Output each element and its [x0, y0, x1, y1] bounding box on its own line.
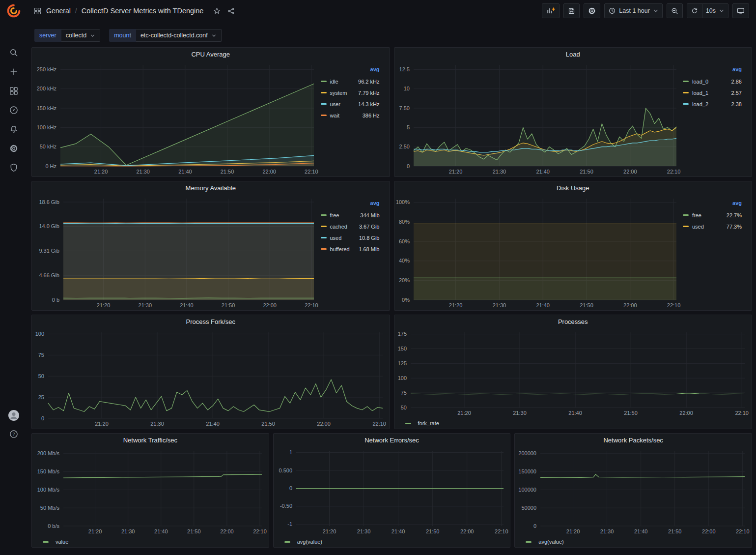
admin-shield-icon[interactable] — [9, 163, 19, 173]
series-name[interactable]: free — [692, 212, 701, 218]
x-tick-label: 21:40 — [568, 410, 582, 416]
series-name[interactable]: value — [56, 539, 68, 545]
dashboard-title: CollectD Server Metrics with TDengine — [82, 7, 204, 15]
series-color-swatch[interactable] — [321, 226, 327, 227]
panel-title[interactable]: Process Fork/sec — [32, 315, 390, 328]
network-packets-chart[interactable]: 05000010000015000020000021:2021:3021:402… — [515, 446, 752, 536]
share-icon[interactable] — [227, 6, 235, 15]
series-name[interactable]: system — [330, 90, 347, 96]
dashboard-settings-button[interactable] — [584, 3, 600, 18]
series-name[interactable]: load_1 — [692, 90, 708, 96]
disk-usage-chart[interactable]: 0%20%40%60%80%100%21:2021:3021:4021:5022… — [394, 194, 683, 310]
cpu-average-chart[interactable]: 0 Hz50 kHz100 kHz150 kHz200 kHz250 kHz21… — [32, 60, 321, 176]
save-dashboard-button[interactable] — [563, 3, 580, 18]
breadcrumb-folder[interactable]: General — [46, 7, 71, 15]
refresh-interval-picker[interactable]: 10s — [702, 3, 728, 18]
series-name[interactable]: cached — [330, 224, 347, 230]
series-color-swatch[interactable] — [683, 226, 689, 227]
series-avg-value: 2.38 — [731, 101, 742, 107]
refresh-button[interactable] — [687, 3, 702, 18]
series-name[interactable]: buffered — [330, 246, 350, 252]
panel-title[interactable]: Load — [394, 48, 752, 60]
help-icon[interactable]: ? — [9, 429, 19, 439]
processes-chart[interactable]: 507510012515017521:2021:3021:4021:5022:0… — [394, 328, 752, 418]
series-name[interactable]: free — [330, 212, 339, 218]
series-color-swatch[interactable] — [321, 237, 327, 238]
x-tick-label: 22:10 — [305, 302, 318, 308]
legend-item: load_02.86 — [683, 76, 742, 87]
network-traffic-chart[interactable]: 0 b/s50 Mb/s100 Mb/s150 Mb/s200 Mb/s21:2… — [32, 446, 269, 536]
panel-title[interactable]: CPU Average — [32, 48, 390, 60]
panel-title[interactable]: Disk Usage — [394, 181, 752, 194]
series-color-swatch[interactable] — [321, 103, 327, 105]
series-color-swatch[interactable] — [284, 541, 290, 543]
series-color-swatch[interactable] — [321, 214, 327, 216]
apps-grid-icon — [33, 7, 42, 15]
x-tick-label: 21:40 — [206, 421, 220, 427]
star-icon[interactable] — [213, 6, 221, 15]
explore-compass-icon[interactable] — [9, 105, 19, 115]
y-tick-label: 100 — [397, 375, 406, 381]
series-name[interactable]: used — [692, 224, 704, 230]
y-tick-label: 125 — [397, 360, 406, 366]
panel-title[interactable]: Network Traffic/sec — [32, 434, 269, 446]
variable-value-dropdown[interactable]: collectd — [61, 29, 100, 42]
x-tick-label: 21:30 — [150, 421, 164, 427]
panel-title[interactable]: Network Packets/sec — [515, 434, 752, 446]
sidebar-bottom: ? — [8, 409, 20, 439]
x-tick-label: 21:40 — [536, 302, 550, 308]
series-color-swatch[interactable] — [683, 214, 689, 216]
create-plus-icon[interactable] — [9, 67, 19, 77]
series-name[interactable]: used — [330, 235, 342, 241]
y-tick-label: 100 Mb/s — [37, 487, 60, 493]
user-avatar[interactable] — [8, 409, 20, 421]
series-avg-value: 3.67 Gib — [359, 224, 380, 230]
series-name[interactable]: load_2 — [692, 101, 708, 107]
time-range-picker[interactable]: Last 1 hour — [604, 3, 663, 18]
series-color-swatch[interactable] — [683, 103, 689, 105]
add-panel-button[interactable] — [542, 3, 560, 18]
y-tick-label: 5 — [406, 124, 409, 130]
series-name[interactable]: fork_rate — [418, 420, 439, 426]
process-fork-chart[interactable]: 025507510021:2021:3021:4021:5022:0022:10 — [32, 328, 390, 429]
panel-network-errors: Network Errors/sec -1-0.5000.500121:2021… — [273, 433, 511, 548]
dashboards-grid-icon[interactable] — [9, 86, 19, 96]
series-color-swatch[interactable] — [43, 541, 49, 543]
series-color-swatch[interactable] — [321, 81, 327, 82]
series-color-swatch[interactable] — [526, 541, 532, 543]
series-color-swatch[interactable] — [321, 92, 327, 93]
alerting-bell-icon[interactable] — [9, 124, 19, 134]
chart-legend: avg(value) — [515, 536, 752, 547]
series-name[interactable]: avg(value) — [538, 539, 563, 545]
series-color-swatch[interactable] — [683, 92, 689, 93]
load-chart[interactable]: 02.5057.501012.521:2021:3021:4021:5022:0… — [394, 60, 683, 176]
series-name[interactable]: load_0 — [692, 79, 708, 85]
search-icon[interactable] — [9, 48, 19, 58]
navbar-actions: Last 1 hour 10s — [542, 3, 749, 18]
series-name[interactable]: wait — [330, 113, 340, 118]
x-tick-label: 21:20 — [95, 421, 109, 427]
series-line-avg(value) — [540, 474, 745, 478]
cycle-view-button[interactable] — [732, 3, 749, 18]
variable-value-dropdown[interactable]: etc-collectd-collectd.conf — [136, 29, 222, 42]
zoom-out-button[interactable] — [667, 3, 683, 18]
series-name[interactable]: idle — [330, 79, 338, 85]
series-color-swatch[interactable] — [321, 115, 327, 116]
panel-title[interactable]: Processes — [394, 315, 752, 328]
memory-available-chart[interactable]: 0 b4.66 Gib9.31 Gib14.0 Gib18.6 Gib21:20… — [32, 194, 321, 310]
network-errors-chart[interactable]: -1-0.5000.500121:2021:3021:4021:5022:002… — [274, 446, 510, 536]
panel-title[interactable]: Memory Available — [32, 181, 390, 194]
legend-item: system7.79 kHz — [321, 87, 380, 98]
panel-title[interactable]: Network Errors/sec — [274, 434, 510, 446]
y-tick-label: 2.50 — [399, 144, 409, 149]
configuration-gear-icon[interactable] — [9, 144, 19, 153]
series-color-swatch[interactable] — [321, 248, 327, 250]
series-color-swatch[interactable] — [683, 81, 689, 82]
series-name[interactable]: user — [330, 101, 340, 107]
y-tick-label: 25 — [38, 394, 44, 400]
y-tick-label: 250 kHz — [37, 66, 56, 72]
grafana-logo[interactable] — [7, 4, 21, 19]
x-tick-label: 21:50 — [261, 421, 275, 427]
series-color-swatch[interactable] — [405, 423, 411, 424]
series-name[interactable]: avg(value) — [297, 539, 322, 545]
